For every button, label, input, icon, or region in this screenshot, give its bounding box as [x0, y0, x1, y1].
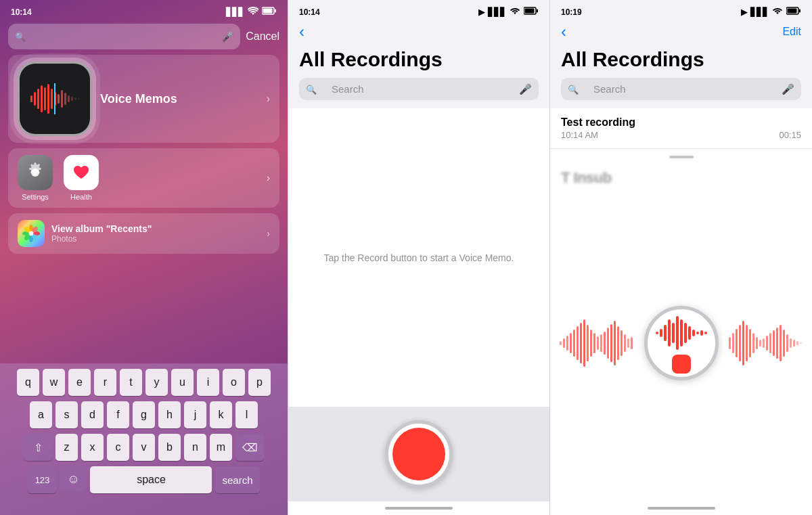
- svg-rect-36: [566, 336, 568, 351]
- key-n[interactable]: n: [184, 434, 206, 461]
- key-emoji[interactable]: ☺: [60, 466, 87, 492]
- svg-rect-1: [263, 9, 273, 14]
- key-123[interactable]: 123: [28, 466, 56, 493]
- svg-rect-57: [732, 333, 734, 353]
- recording-duration-1: 00:15: [779, 130, 801, 140]
- search-bar-wrapper-1: 🔍 🎤: [8, 24, 240, 49]
- svg-rect-50: [614, 321, 616, 365]
- svg-rect-80: [664, 325, 667, 341]
- back-button-2[interactable]: ‹: [299, 24, 304, 40]
- key-f[interactable]: f: [107, 401, 129, 428]
- key-row-3: ⇧ z x c v b n m ⌫: [3, 434, 285, 461]
- svg-rect-74: [790, 338, 792, 348]
- svg-rect-2: [275, 9, 276, 13]
- svg-rect-9: [51, 89, 53, 109]
- svg-rect-48: [607, 328, 609, 359]
- search-placeholder-2: Search: [332, 83, 364, 95]
- key-b[interactable]: b: [158, 434, 181, 461]
- key-w[interactable]: w: [43, 369, 65, 396]
- key-e[interactable]: e: [68, 369, 91, 396]
- siri-suggestion-row[interactable]: View album "Recents" Photos ›: [8, 213, 279, 254]
- key-j[interactable]: j: [184, 401, 206, 428]
- key-m[interactable]: m: [210, 434, 232, 461]
- svg-rect-76: [796, 341, 798, 345]
- key-search[interactable]: search: [215, 466, 259, 493]
- key-l[interactable]: l: [235, 401, 258, 428]
- voice-memos-icon-circle: [18, 62, 92, 136]
- key-z[interactable]: z: [55, 434, 78, 461]
- svg-rect-45: [597, 336, 599, 350]
- svg-rect-75: [793, 340, 795, 346]
- svg-rect-70: [776, 328, 778, 359]
- voice-memos-label: Voice Memos: [100, 92, 177, 106]
- svg-rect-58: [736, 329, 738, 357]
- key-i[interactable]: i: [197, 369, 219, 396]
- key-v[interactable]: v: [133, 434, 155, 461]
- svg-rect-78: [656, 332, 658, 334]
- key-c[interactable]: c: [107, 434, 129, 461]
- record-button-2[interactable]: [385, 420, 453, 488]
- keyboard-bottom-safe: [3, 499, 285, 512]
- mic-icon-2[interactable]: 🎤: [519, 83, 532, 95]
- key-u[interactable]: u: [171, 369, 194, 396]
- recording-item-1[interactable]: Test recording 10:14 AM 00:15: [550, 108, 812, 149]
- settings-app-item[interactable]: Settings: [18, 155, 53, 201]
- status-bar-2: 10:14 ▶ ▋▋▋: [288, 0, 549, 21]
- svg-rect-43: [590, 330, 592, 357]
- location-icon-3: ▶: [741, 7, 747, 17]
- key-h[interactable]: h: [158, 401, 181, 428]
- key-g[interactable]: g: [133, 401, 155, 428]
- status-icons-1: ▋▋▋: [226, 7, 277, 17]
- health-app-item[interactable]: Health: [64, 155, 99, 201]
- status-time-2: 10:14: [299, 7, 320, 17]
- search-bar-3-input[interactable]: 🔍 Search 🎤: [561, 78, 801, 100]
- voice-memos-result[interactable]: Voice Memos ›: [8, 55, 279, 143]
- svg-rect-35: [563, 338, 565, 348]
- svg-rect-33: [799, 9, 800, 13]
- search-bar-2-input[interactable]: 🔍 Search 🎤: [299, 78, 539, 100]
- mic-icon-spotlight[interactable]: 🎤: [222, 31, 233, 42]
- key-o[interactable]: o: [223, 369, 245, 396]
- search-icon-3: 🔍: [568, 84, 579, 94]
- spotlight-results: Voice Memos › Settings: [0, 55, 288, 259]
- svg-rect-8: [47, 84, 49, 114]
- status-time-3: 10:19: [561, 7, 582, 17]
- svg-rect-64: [756, 337, 758, 349]
- key-shift[interactable]: ⇧: [24, 434, 52, 461]
- signal-icon-1: ▋▋▋: [226, 7, 244, 17]
- key-y[interactable]: y: [145, 369, 168, 396]
- mic-icon-3[interactable]: 🎤: [782, 83, 794, 95]
- cancel-button[interactable]: Cancel: [246, 30, 279, 43]
- svg-rect-5: [37, 89, 39, 109]
- key-d[interactable]: d: [81, 401, 104, 428]
- record-button-inner-2: [392, 428, 445, 480]
- edit-button-3[interactable]: Edit: [782, 26, 801, 38]
- svg-rect-84: [680, 319, 683, 346]
- svg-rect-51: [617, 326, 619, 360]
- svg-rect-89: [700, 330, 703, 336]
- status-icons-3: ▶ ▋▋▋: [741, 7, 801, 17]
- key-space[interactable]: space: [90, 466, 212, 493]
- key-s[interactable]: s: [55, 401, 78, 428]
- svg-rect-83: [676, 316, 679, 350]
- svg-rect-40: [580, 323, 582, 363]
- svg-rect-42: [587, 325, 589, 361]
- key-x[interactable]: x: [81, 434, 104, 461]
- key-k[interactable]: k: [210, 401, 232, 428]
- key-delete[interactable]: ⌫: [235, 434, 264, 461]
- keyboard: q w e r t y u i o p a s d f g h j k l ⇧ …: [0, 363, 288, 515]
- key-r[interactable]: r: [94, 369, 116, 396]
- home-indicator-2: [288, 501, 549, 515]
- svg-rect-6: [41, 85, 43, 112]
- spotlight-search-input[interactable]: [8, 24, 240, 49]
- svg-rect-52: [621, 330, 623, 356]
- stop-button[interactable]: [672, 355, 691, 374]
- back-button-3[interactable]: ‹: [561, 24, 566, 40]
- key-q[interactable]: q: [17, 369, 39, 396]
- apps-row: Settings Health ›: [8, 148, 279, 208]
- key-p[interactable]: p: [248, 369, 271, 396]
- svg-rect-65: [759, 340, 761, 346]
- page-title-3: All Recordings: [550, 45, 812, 78]
- key-a[interactable]: a: [30, 401, 52, 428]
- key-t[interactable]: t: [120, 369, 142, 396]
